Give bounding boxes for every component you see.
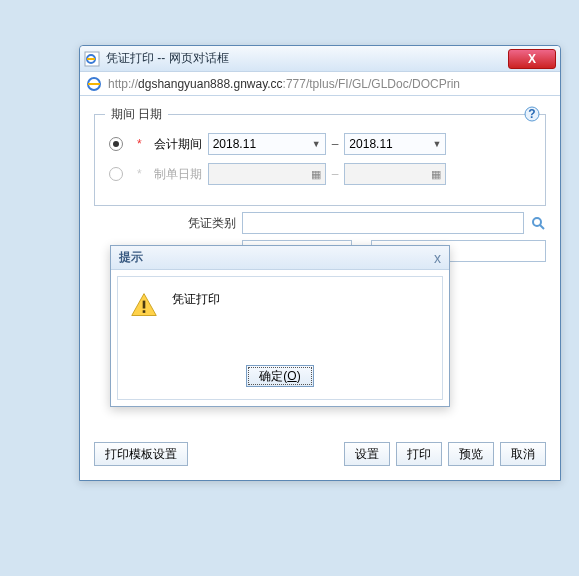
modal-titlebar: 提示 x: [111, 246, 449, 270]
period-to-value: 2018.11: [349, 137, 392, 151]
period-label: 会计期间: [144, 136, 202, 153]
search-icon[interactable]: [530, 215, 546, 231]
window-title: 凭证打印 -- 网页对话框: [106, 50, 229, 67]
window-close-button[interactable]: X: [508, 49, 556, 69]
date-radio[interactable]: [109, 167, 123, 181]
date-from-combo: ▦: [208, 163, 326, 185]
chevron-down-icon: ▼: [312, 139, 321, 149]
svg-line-6: [540, 225, 544, 229]
cancel-button[interactable]: 取消: [500, 442, 546, 466]
print-template-button[interactable]: 打印模板设置: [94, 442, 188, 466]
modal-title-text: 提示: [119, 249, 143, 266]
required-asterisk: *: [137, 167, 142, 181]
preview-button[interactable]: 预览: [448, 442, 494, 466]
period-from-combo[interactable]: 2018.11 ▼: [208, 133, 326, 155]
ie-page-icon: [84, 51, 100, 67]
date-to-combo: ▦: [344, 163, 446, 185]
chevron-down-icon: ▼: [432, 139, 441, 149]
period-to-combo[interactable]: 2018.11 ▼: [344, 133, 446, 155]
voucher-type-row: 凭证类别: [178, 212, 546, 234]
url-path: :777/tplus/FI/GL/GLDoc/DOCPrin: [283, 77, 460, 91]
voucher-type-input[interactable]: [242, 212, 524, 234]
titlebar: 凭证打印 -- 网页对话框 X: [80, 46, 560, 72]
settings-button[interactable]: 设置: [344, 442, 390, 466]
calendar-icon: ▦: [431, 168, 441, 181]
date-label: 制单日期: [144, 166, 202, 183]
help-icon[interactable]: ?: [524, 106, 540, 122]
period-fieldset: 期间 日期 * 会计期间 2018.11 ▼ – 2018.11 ▼ * 制单日…: [94, 106, 546, 206]
period-from-value: 2018.11: [213, 137, 256, 151]
period-row: * 会计期间 2018.11 ▼ – 2018.11 ▼: [105, 133, 535, 155]
svg-rect-9: [143, 310, 146, 313]
warning-icon: [130, 291, 158, 319]
print-button[interactable]: 打印: [396, 442, 442, 466]
date-row: * 制单日期 ▦ – ▦: [105, 163, 535, 185]
svg-text:?: ?: [528, 107, 535, 121]
modal-message: 凭证打印: [172, 291, 220, 308]
svg-point-5: [533, 218, 541, 226]
required-asterisk: *: [137, 137, 142, 151]
modal-message-row: 凭证打印: [130, 291, 430, 319]
alert-modal: 提示 x 凭证打印 确定(O): [110, 245, 450, 407]
modal-footer: 确定(O): [130, 365, 430, 387]
footer-buttons: 打印模板设置 设置 打印 预览 取消: [94, 442, 546, 466]
fieldset-legend: 期间 日期: [105, 106, 168, 123]
range-separator: –: [332, 167, 339, 181]
url-scheme: http://: [108, 77, 138, 91]
range-separator: –: [332, 137, 339, 151]
ok-button[interactable]: 确定(O): [246, 365, 313, 387]
url-bar: http://dgshangyuan888.gnway.cc:777/tplus…: [80, 72, 560, 96]
voucher-type-label: 凭证类别: [178, 215, 236, 232]
url-host: dgshangyuan888.gnway.cc: [138, 77, 283, 91]
calendar-icon: ▦: [311, 168, 321, 181]
modal-body: 凭证打印 确定(O): [117, 276, 443, 400]
ie-icon: [86, 76, 102, 92]
modal-close-button[interactable]: x: [434, 250, 441, 266]
svg-rect-8: [143, 301, 146, 309]
period-radio[interactable]: [109, 137, 123, 151]
